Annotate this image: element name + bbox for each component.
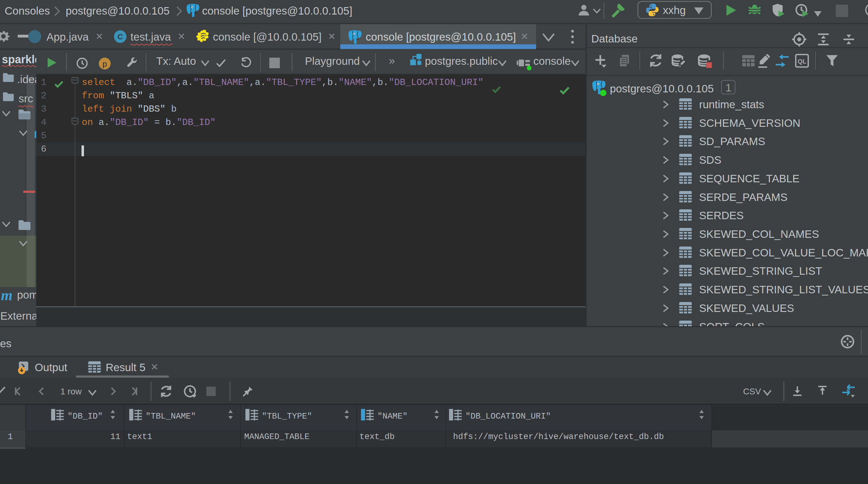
svg-text:QL: QL: [798, 58, 806, 65]
svg-text:C: C: [118, 33, 123, 41]
svg-text:p: p: [102, 60, 107, 69]
